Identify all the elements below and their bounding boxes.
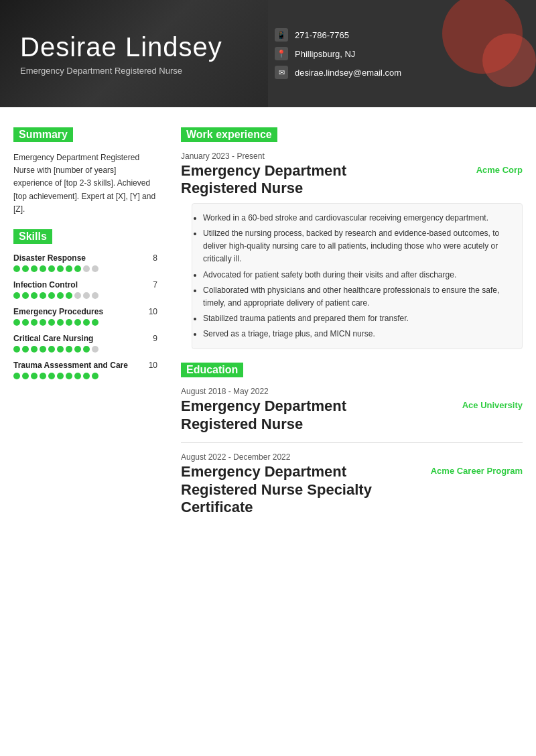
exp-header: Emergency Department Registered NurseAcm… bbox=[181, 162, 523, 198]
dot-filled bbox=[40, 265, 46, 272]
dot-filled bbox=[66, 292, 72, 299]
dot-empty bbox=[83, 265, 90, 272]
exp-date: January 2023 - Present bbox=[181, 151, 523, 161]
skill-score: 9 bbox=[153, 334, 157, 343]
skills-header: Skills bbox=[13, 229, 52, 244]
skill-header: Infection Control7 bbox=[13, 280, 157, 290]
edu-title: Emergency Department Registered Nurse Sp… bbox=[181, 463, 372, 516]
skill-name: Trauma Assessment and Care bbox=[13, 361, 128, 370]
edu-institution: Ace University bbox=[462, 397, 523, 410]
dot-empty bbox=[92, 265, 98, 272]
header-content: Desirae Lindsey Emergency Department Reg… bbox=[0, 0, 536, 107]
skill-header: Critical Care Nursing9 bbox=[13, 334, 157, 343]
bullet-item: Stabilized trauma patients and prepared … bbox=[203, 312, 511, 325]
summary-section: Summary Emergency Department Registered … bbox=[13, 127, 157, 216]
dot-filled bbox=[31, 319, 38, 326]
dot-filled bbox=[57, 319, 64, 326]
dot-filled bbox=[31, 346, 38, 353]
work-experience-header: Work experience bbox=[181, 127, 277, 142]
skill-header: Trauma Assessment and Care10 bbox=[13, 361, 157, 370]
work-item: January 2023 - PresentEmergency Departme… bbox=[181, 151, 523, 349]
dot-filled bbox=[31, 265, 38, 272]
email-text: desirae.lindsey@email.com bbox=[295, 68, 401, 78]
skill-score: 10 bbox=[149, 307, 157, 316]
dot-filled bbox=[83, 346, 90, 353]
body: Summary Emergency Department Registered … bbox=[0, 107, 536, 550]
skill-name: Critical Care Nursing bbox=[13, 334, 93, 343]
dot-filled bbox=[57, 265, 64, 272]
dot-filled bbox=[66, 319, 72, 326]
dot-filled bbox=[40, 319, 46, 326]
dot-filled bbox=[66, 265, 72, 272]
dot-filled bbox=[40, 346, 46, 353]
skill-item: Emergency Procedures10 bbox=[13, 307, 157, 326]
dot-filled bbox=[22, 292, 29, 299]
skill-dots bbox=[13, 373, 157, 379]
bullet-item: Collaborated with physicians and other h… bbox=[203, 284, 511, 310]
skill-item: Trauma Assessment and Care10 bbox=[13, 361, 157, 379]
bullet-item: Served as a triage, triage plus, and MIC… bbox=[203, 328, 511, 340]
edu-item: August 2018 - May 2022Emergency Departme… bbox=[181, 387, 523, 433]
education-header: Education bbox=[181, 363, 243, 377]
location-text: Phillipsburg, NJ bbox=[295, 49, 355, 59]
work-experience-section: Work experience January 2023 - PresentEm… bbox=[181, 127, 523, 349]
dot-filled bbox=[74, 373, 81, 379]
header: Desirae Lindsey Emergency Department Reg… bbox=[0, 0, 536, 107]
dot-filled bbox=[22, 319, 29, 326]
exp-title: Emergency Department Registered Nurse bbox=[181, 162, 346, 198]
dot-filled bbox=[48, 265, 55, 272]
dot-empty bbox=[92, 292, 98, 299]
dot-filled bbox=[83, 319, 90, 326]
skill-dots bbox=[13, 319, 157, 326]
dot-filled bbox=[92, 373, 98, 379]
dot-filled bbox=[48, 373, 55, 379]
dot-filled bbox=[92, 319, 98, 326]
dot-filled bbox=[31, 373, 38, 379]
dot-filled bbox=[22, 265, 29, 272]
dot-filled bbox=[13, 373, 20, 379]
dot-filled bbox=[66, 373, 72, 379]
summary-header: Summary bbox=[13, 127, 73, 142]
exp-company: Acme Corp bbox=[476, 162, 523, 175]
skill-item: Critical Care Nursing9 bbox=[13, 334, 157, 353]
skill-name: Infection Control bbox=[13, 280, 78, 290]
skill-dots bbox=[13, 292, 157, 299]
education-list: August 2018 - May 2022Emergency Departme… bbox=[181, 387, 523, 516]
dot-filled bbox=[48, 319, 55, 326]
dot-filled bbox=[22, 373, 29, 379]
edu-header: Emergency Department Registered Nurse Sp… bbox=[181, 463, 523, 516]
dot-empty bbox=[92, 346, 98, 353]
dot-filled bbox=[13, 346, 20, 353]
summary-text: Emergency Department Registered Nurse wi… bbox=[13, 151, 157, 216]
skill-name: Emergency Procedures bbox=[13, 307, 103, 316]
location-icon: 📍 bbox=[275, 47, 288, 60]
dot-filled bbox=[13, 319, 20, 326]
bullet-item: Worked in a 60-bed stroke and cardiovasc… bbox=[203, 212, 511, 225]
divider bbox=[181, 442, 523, 443]
skill-score: 8 bbox=[153, 253, 157, 263]
edu-header: Emergency Department Registered NurseAce… bbox=[181, 397, 523, 433]
skill-score: 7 bbox=[153, 280, 157, 290]
phone-text: 271-786-7765 bbox=[295, 30, 349, 40]
header-right: 📱 271-786-7765 📍 Phillipsburg, NJ ✉ desi… bbox=[255, 0, 536, 107]
dot-empty bbox=[83, 292, 90, 299]
dot-filled bbox=[13, 292, 20, 299]
dot-filled bbox=[22, 346, 29, 353]
education-section: Education August 2018 - May 2022Emergenc… bbox=[181, 363, 523, 516]
bullet-item: Utilized the nursing process, backed by … bbox=[203, 227, 511, 266]
skill-header: Disaster Response8 bbox=[13, 253, 157, 263]
dot-filled bbox=[57, 292, 64, 299]
dot-filled bbox=[48, 292, 55, 299]
phone-contact: 📱 271-786-7765 bbox=[275, 28, 516, 42]
email-icon: ✉ bbox=[275, 66, 288, 79]
edu-title: Emergency Department Registered Nurse bbox=[181, 397, 346, 433]
dot-filled bbox=[74, 346, 81, 353]
edu-date: August 2022 - December 2022 bbox=[181, 452, 523, 462]
skills-list: Disaster Response8Infection Control7Emer… bbox=[13, 253, 157, 379]
skill-dots bbox=[13, 265, 157, 272]
left-column: Summary Emergency Department Registered … bbox=[0, 121, 171, 536]
skill-item: Disaster Response8 bbox=[13, 253, 157, 272]
dot-filled bbox=[40, 373, 46, 379]
dot-empty bbox=[74, 292, 81, 299]
dot-filled bbox=[31, 292, 38, 299]
